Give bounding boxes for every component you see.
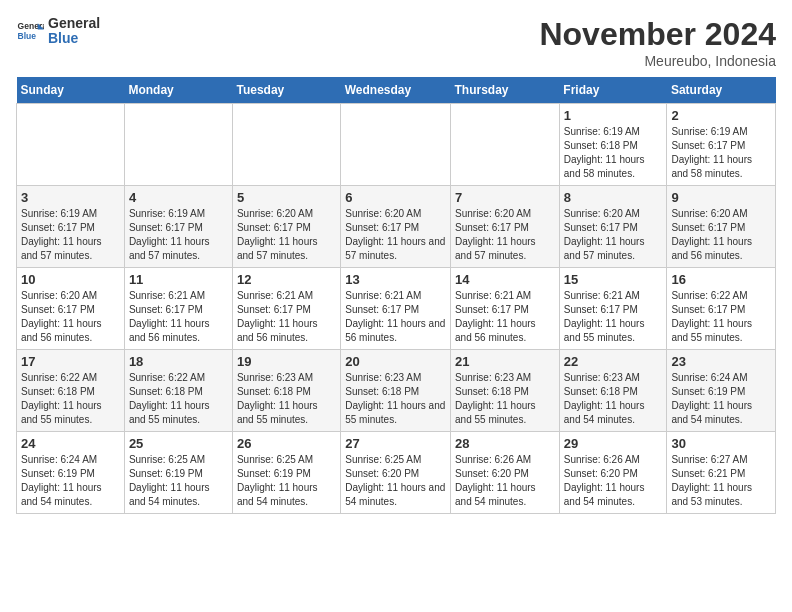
day-info: Sunrise: 6:21 AMSunset: 6:17 PMDaylight:…	[129, 289, 228, 345]
day-number: 11	[129, 272, 228, 287]
day-info: Sunrise: 6:19 AMSunset: 6:17 PMDaylight:…	[129, 207, 228, 263]
calendar-cell: 3Sunrise: 6:19 AMSunset: 6:17 PMDaylight…	[17, 186, 125, 268]
calendar-cell: 7Sunrise: 6:20 AMSunset: 6:17 PMDaylight…	[451, 186, 560, 268]
day-number: 24	[21, 436, 120, 451]
day-number: 5	[237, 190, 336, 205]
day-number: 18	[129, 354, 228, 369]
day-info: Sunrise: 6:19 AMSunset: 6:17 PMDaylight:…	[671, 125, 771, 181]
calendar-cell: 18Sunrise: 6:22 AMSunset: 6:18 PMDayligh…	[124, 350, 232, 432]
day-number: 10	[21, 272, 120, 287]
day-number: 19	[237, 354, 336, 369]
calendar-cell: 2Sunrise: 6:19 AMSunset: 6:17 PMDaylight…	[667, 104, 776, 186]
calendar-cell	[341, 104, 451, 186]
day-info: Sunrise: 6:20 AMSunset: 6:17 PMDaylight:…	[564, 207, 663, 263]
day-number: 2	[671, 108, 771, 123]
calendar-cell: 16Sunrise: 6:22 AMSunset: 6:17 PMDayligh…	[667, 268, 776, 350]
calendar-cell: 4Sunrise: 6:19 AMSunset: 6:17 PMDaylight…	[124, 186, 232, 268]
calendar-cell: 10Sunrise: 6:20 AMSunset: 6:17 PMDayligh…	[17, 268, 125, 350]
day-number: 7	[455, 190, 555, 205]
svg-text:Blue: Blue	[18, 31, 37, 41]
calendar-cell: 13Sunrise: 6:21 AMSunset: 6:17 PMDayligh…	[341, 268, 451, 350]
day-number: 25	[129, 436, 228, 451]
calendar-cell	[451, 104, 560, 186]
day-info: Sunrise: 6:24 AMSunset: 6:19 PMDaylight:…	[21, 453, 120, 509]
day-info: Sunrise: 6:20 AMSunset: 6:17 PMDaylight:…	[21, 289, 120, 345]
calendar-cell: 30Sunrise: 6:27 AMSunset: 6:21 PMDayligh…	[667, 432, 776, 514]
day-number: 6	[345, 190, 446, 205]
calendar-cell: 21Sunrise: 6:23 AMSunset: 6:18 PMDayligh…	[451, 350, 560, 432]
calendar-cell: 26Sunrise: 6:25 AMSunset: 6:19 PMDayligh…	[232, 432, 340, 514]
day-info: Sunrise: 6:24 AMSunset: 6:19 PMDaylight:…	[671, 371, 771, 427]
logo-blue: Blue	[48, 31, 100, 46]
day-number: 27	[345, 436, 446, 451]
logo-icon: General Blue	[16, 17, 44, 45]
day-info: Sunrise: 6:26 AMSunset: 6:20 PMDaylight:…	[455, 453, 555, 509]
day-number: 21	[455, 354, 555, 369]
day-number: 26	[237, 436, 336, 451]
day-info: Sunrise: 6:25 AMSunset: 6:20 PMDaylight:…	[345, 453, 446, 509]
day-info: Sunrise: 6:19 AMSunset: 6:18 PMDaylight:…	[564, 125, 663, 181]
day-info: Sunrise: 6:22 AMSunset: 6:17 PMDaylight:…	[671, 289, 771, 345]
header-saturday: Saturday	[667, 77, 776, 104]
day-number: 22	[564, 354, 663, 369]
day-number: 13	[345, 272, 446, 287]
calendar-week-1: 1Sunrise: 6:19 AMSunset: 6:18 PMDaylight…	[17, 104, 776, 186]
day-number: 14	[455, 272, 555, 287]
day-number: 17	[21, 354, 120, 369]
day-info: Sunrise: 6:22 AMSunset: 6:18 PMDaylight:…	[129, 371, 228, 427]
calendar-cell: 9Sunrise: 6:20 AMSunset: 6:17 PMDaylight…	[667, 186, 776, 268]
day-number: 15	[564, 272, 663, 287]
logo: General Blue General Blue	[16, 16, 100, 47]
day-number: 30	[671, 436, 771, 451]
day-number: 12	[237, 272, 336, 287]
calendar-cell: 1Sunrise: 6:19 AMSunset: 6:18 PMDaylight…	[559, 104, 667, 186]
day-info: Sunrise: 6:19 AMSunset: 6:17 PMDaylight:…	[21, 207, 120, 263]
day-info: Sunrise: 6:21 AMSunset: 6:17 PMDaylight:…	[564, 289, 663, 345]
calendar-cell: 17Sunrise: 6:22 AMSunset: 6:18 PMDayligh…	[17, 350, 125, 432]
calendar-cell: 14Sunrise: 6:21 AMSunset: 6:17 PMDayligh…	[451, 268, 560, 350]
day-info: Sunrise: 6:27 AMSunset: 6:21 PMDaylight:…	[671, 453, 771, 509]
calendar-header-row: SundayMondayTuesdayWednesdayThursdayFrid…	[17, 77, 776, 104]
calendar-cell: 12Sunrise: 6:21 AMSunset: 6:17 PMDayligh…	[232, 268, 340, 350]
day-number: 4	[129, 190, 228, 205]
day-info: Sunrise: 6:20 AMSunset: 6:17 PMDaylight:…	[237, 207, 336, 263]
header-tuesday: Tuesday	[232, 77, 340, 104]
calendar-week-5: 24Sunrise: 6:24 AMSunset: 6:19 PMDayligh…	[17, 432, 776, 514]
calendar-cell: 23Sunrise: 6:24 AMSunset: 6:19 PMDayligh…	[667, 350, 776, 432]
day-info: Sunrise: 6:23 AMSunset: 6:18 PMDaylight:…	[455, 371, 555, 427]
page-header: General Blue General Blue November 2024 …	[16, 16, 776, 69]
calendar-table: SundayMondayTuesdayWednesdayThursdayFrid…	[16, 77, 776, 514]
day-info: Sunrise: 6:20 AMSunset: 6:17 PMDaylight:…	[345, 207, 446, 263]
calendar-cell	[124, 104, 232, 186]
calendar-cell	[17, 104, 125, 186]
day-info: Sunrise: 6:26 AMSunset: 6:20 PMDaylight:…	[564, 453, 663, 509]
day-info: Sunrise: 6:21 AMSunset: 6:17 PMDaylight:…	[455, 289, 555, 345]
day-number: 1	[564, 108, 663, 123]
header-thursday: Thursday	[451, 77, 560, 104]
header-friday: Friday	[559, 77, 667, 104]
day-info: Sunrise: 6:21 AMSunset: 6:17 PMDaylight:…	[237, 289, 336, 345]
calendar-cell: 24Sunrise: 6:24 AMSunset: 6:19 PMDayligh…	[17, 432, 125, 514]
calendar-cell: 20Sunrise: 6:23 AMSunset: 6:18 PMDayligh…	[341, 350, 451, 432]
calendar-week-2: 3Sunrise: 6:19 AMSunset: 6:17 PMDaylight…	[17, 186, 776, 268]
day-info: Sunrise: 6:23 AMSunset: 6:18 PMDaylight:…	[345, 371, 446, 427]
calendar-cell: 22Sunrise: 6:23 AMSunset: 6:18 PMDayligh…	[559, 350, 667, 432]
day-number: 20	[345, 354, 446, 369]
day-number: 9	[671, 190, 771, 205]
calendar-cell: 5Sunrise: 6:20 AMSunset: 6:17 PMDaylight…	[232, 186, 340, 268]
day-number: 3	[21, 190, 120, 205]
location: Meureubo, Indonesia	[539, 53, 776, 69]
calendar-cell: 28Sunrise: 6:26 AMSunset: 6:20 PMDayligh…	[451, 432, 560, 514]
month-title: November 2024	[539, 16, 776, 53]
day-info: Sunrise: 6:23 AMSunset: 6:18 PMDaylight:…	[564, 371, 663, 427]
calendar-week-4: 17Sunrise: 6:22 AMSunset: 6:18 PMDayligh…	[17, 350, 776, 432]
calendar-cell: 6Sunrise: 6:20 AMSunset: 6:17 PMDaylight…	[341, 186, 451, 268]
header-monday: Monday	[124, 77, 232, 104]
day-info: Sunrise: 6:23 AMSunset: 6:18 PMDaylight:…	[237, 371, 336, 427]
calendar-cell: 11Sunrise: 6:21 AMSunset: 6:17 PMDayligh…	[124, 268, 232, 350]
day-number: 28	[455, 436, 555, 451]
day-number: 16	[671, 272, 771, 287]
day-info: Sunrise: 6:20 AMSunset: 6:17 PMDaylight:…	[671, 207, 771, 263]
calendar-week-3: 10Sunrise: 6:20 AMSunset: 6:17 PMDayligh…	[17, 268, 776, 350]
calendar-cell: 19Sunrise: 6:23 AMSunset: 6:18 PMDayligh…	[232, 350, 340, 432]
